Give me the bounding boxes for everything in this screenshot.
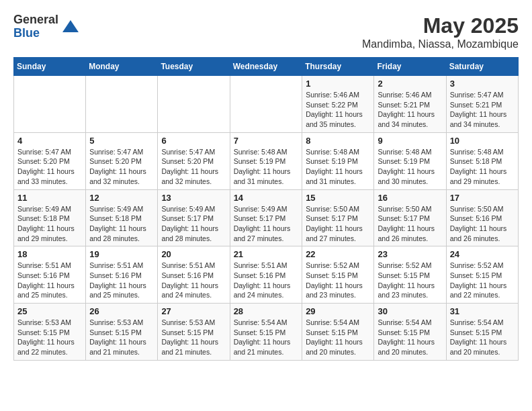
- calendar-cell: [86, 76, 158, 133]
- day-info: Sunrise: 5:48 AM Sunset: 5:19 PM Dayligh…: [234, 147, 299, 187]
- day-number: 24: [450, 249, 515, 259]
- day-number: 21: [234, 249, 299, 259]
- day-number: 4: [17, 136, 82, 146]
- calendar-cell: 18Sunrise: 5:51 AM Sunset: 5:16 PM Dayli…: [14, 246, 86, 304]
- week-row-3: 11Sunrise: 5:49 AM Sunset: 5:18 PM Dayli…: [14, 189, 519, 246]
- day-info: Sunrise: 5:49 AM Sunset: 5:17 PM Dayligh…: [161, 204, 226, 244]
- day-info: Sunrise: 5:50 AM Sunset: 5:17 PM Dayligh…: [378, 204, 442, 244]
- header-day-wednesday: Wednesday: [230, 58, 302, 76]
- calendar-cell: 26Sunrise: 5:53 AM Sunset: 5:15 PM Dayli…: [86, 304, 158, 361]
- day-info: Sunrise: 5:51 AM Sunset: 5:16 PM Dayligh…: [234, 261, 299, 300]
- logo-general-text: General: [13, 13, 58, 27]
- calendar-cell: 30Sunrise: 5:54 AM Sunset: 5:15 PM Dayli…: [374, 304, 446, 361]
- day-number: 17: [450, 193, 515, 203]
- logo: General Blue: [13, 13, 80, 40]
- calendar-cell: 19Sunrise: 5:51 AM Sunset: 5:16 PM Dayli…: [86, 246, 158, 304]
- calendar-cell: 8Sunrise: 5:48 AM Sunset: 5:19 PM Daylig…: [302, 132, 374, 189]
- calendar-cell: 29Sunrise: 5:54 AM Sunset: 5:15 PM Dayli…: [302, 304, 374, 361]
- header-day-thursday: Thursday: [302, 58, 374, 76]
- day-info: Sunrise: 5:51 AM Sunset: 5:16 PM Dayligh…: [161, 261, 226, 300]
- month-title: May 2025: [362, 13, 519, 38]
- day-number: 7: [234, 136, 299, 146]
- calendar-cell: 6Sunrise: 5:47 AM Sunset: 5:20 PM Daylig…: [158, 132, 230, 189]
- day-info: Sunrise: 5:46 AM Sunset: 5:21 PM Dayligh…: [378, 90, 442, 130]
- day-number: 29: [306, 306, 370, 316]
- day-number: 25: [17, 306, 82, 316]
- calendar-cell: [14, 76, 86, 133]
- day-number: 9: [378, 136, 442, 146]
- day-number: 16: [378, 193, 442, 203]
- calendar-cell: 16Sunrise: 5:50 AM Sunset: 5:17 PM Dayli…: [374, 189, 446, 246]
- calendar-cell: 5Sunrise: 5:47 AM Sunset: 5:20 PM Daylig…: [86, 132, 158, 189]
- week-row-4: 18Sunrise: 5:51 AM Sunset: 5:16 PM Dayli…: [14, 246, 519, 304]
- day-info: Sunrise: 5:46 AM Sunset: 5:22 PM Dayligh…: [306, 90, 370, 130]
- calendar-cell: [158, 76, 230, 133]
- header-day-monday: Monday: [86, 58, 158, 76]
- svg-marker-0: [62, 20, 79, 32]
- day-number: 14: [234, 193, 299, 203]
- day-info: Sunrise: 5:50 AM Sunset: 5:17 PM Dayligh…: [306, 204, 370, 244]
- page-header: General Blue May 2025 Mandimba, Niassa, …: [13, 13, 519, 50]
- calendar-cell: 24Sunrise: 5:52 AM Sunset: 5:15 PM Dayli…: [446, 246, 518, 304]
- day-info: Sunrise: 5:53 AM Sunset: 5:15 PM Dayligh…: [17, 318, 82, 357]
- header-row: SundayMondayTuesdayWednesdayThursdayFrid…: [14, 58, 519, 76]
- day-number: 23: [378, 249, 442, 259]
- day-info: Sunrise: 5:52 AM Sunset: 5:15 PM Dayligh…: [450, 261, 515, 300]
- day-number: 28: [234, 306, 299, 316]
- day-info: Sunrise: 5:47 AM Sunset: 5:21 PM Dayligh…: [450, 90, 515, 130]
- day-info: Sunrise: 5:48 AM Sunset: 5:19 PM Dayligh…: [306, 147, 370, 187]
- day-info: Sunrise: 5:48 AM Sunset: 5:18 PM Dayligh…: [450, 147, 515, 187]
- day-info: Sunrise: 5:51 AM Sunset: 5:16 PM Dayligh…: [17, 261, 82, 300]
- day-info: Sunrise: 5:52 AM Sunset: 5:15 PM Dayligh…: [378, 261, 442, 300]
- day-number: 27: [161, 306, 226, 316]
- week-row-2: 4Sunrise: 5:47 AM Sunset: 5:20 PM Daylig…: [14, 132, 519, 189]
- calendar-cell: 10Sunrise: 5:48 AM Sunset: 5:18 PM Dayli…: [446, 132, 518, 189]
- calendar-cell: 12Sunrise: 5:49 AM Sunset: 5:18 PM Dayli…: [86, 189, 158, 246]
- calendar-cell: 17Sunrise: 5:50 AM Sunset: 5:16 PM Dayli…: [446, 189, 518, 246]
- day-number: 2: [378, 79, 442, 89]
- calendar-cell: 9Sunrise: 5:48 AM Sunset: 5:19 PM Daylig…: [374, 132, 446, 189]
- calendar-cell: 28Sunrise: 5:54 AM Sunset: 5:15 PM Dayli…: [230, 304, 302, 361]
- logo-icon: [61, 17, 80, 36]
- day-info: Sunrise: 5:53 AM Sunset: 5:15 PM Dayligh…: [89, 318, 154, 357]
- day-number: 1: [306, 79, 370, 89]
- day-info: Sunrise: 5:48 AM Sunset: 5:19 PM Dayligh…: [378, 147, 442, 187]
- day-info: Sunrise: 5:49 AM Sunset: 5:18 PM Dayligh…: [17, 204, 82, 244]
- logo-blue-text: Blue: [13, 27, 58, 40]
- day-number: 6: [161, 136, 226, 146]
- header-day-friday: Friday: [374, 58, 446, 76]
- calendar-cell: 31Sunrise: 5:54 AM Sunset: 5:15 PM Dayli…: [446, 304, 518, 361]
- day-info: Sunrise: 5:49 AM Sunset: 5:17 PM Dayligh…: [234, 204, 299, 244]
- day-info: Sunrise: 5:47 AM Sunset: 5:20 PM Dayligh…: [89, 147, 154, 187]
- calendar-cell: 13Sunrise: 5:49 AM Sunset: 5:17 PM Dayli…: [158, 189, 230, 246]
- week-row-5: 25Sunrise: 5:53 AM Sunset: 5:15 PM Dayli…: [14, 304, 519, 361]
- day-number: 26: [89, 306, 154, 316]
- day-info: Sunrise: 5:54 AM Sunset: 5:15 PM Dayligh…: [450, 318, 515, 357]
- day-info: Sunrise: 5:54 AM Sunset: 5:15 PM Dayligh…: [234, 318, 299, 357]
- header-day-tuesday: Tuesday: [158, 58, 230, 76]
- title-section: May 2025 Mandimba, Niassa, Mozambique: [362, 13, 519, 50]
- day-number: 19: [89, 249, 154, 259]
- day-number: 11: [17, 193, 82, 203]
- calendar-cell: 1Sunrise: 5:46 AM Sunset: 5:22 PM Daylig…: [302, 76, 374, 133]
- calendar-cell: 14Sunrise: 5:49 AM Sunset: 5:17 PM Dayli…: [230, 189, 302, 246]
- day-number: 3: [450, 79, 515, 89]
- location-title: Mandimba, Niassa, Mozambique: [362, 38, 519, 50]
- day-number: 30: [378, 306, 442, 316]
- day-number: 5: [89, 136, 154, 146]
- day-info: Sunrise: 5:52 AM Sunset: 5:15 PM Dayligh…: [306, 261, 370, 300]
- calendar-cell: 4Sunrise: 5:47 AM Sunset: 5:20 PM Daylig…: [14, 132, 86, 189]
- day-number: 8: [306, 136, 370, 146]
- calendar-table: SundayMondayTuesdayWednesdayThursdayFrid…: [13, 57, 519, 361]
- calendar-header: SundayMondayTuesdayWednesdayThursdayFrid…: [14, 58, 519, 76]
- day-number: 10: [450, 136, 515, 146]
- calendar-cell: 15Sunrise: 5:50 AM Sunset: 5:17 PM Dayli…: [302, 189, 374, 246]
- day-info: Sunrise: 5:47 AM Sunset: 5:20 PM Dayligh…: [17, 147, 82, 187]
- day-info: Sunrise: 5:53 AM Sunset: 5:15 PM Dayligh…: [161, 318, 226, 357]
- day-number: 12: [89, 193, 154, 203]
- calendar-cell: [230, 76, 302, 133]
- day-number: 13: [161, 193, 226, 203]
- day-number: 20: [161, 249, 226, 259]
- calendar-cell: 27Sunrise: 5:53 AM Sunset: 5:15 PM Dayli…: [158, 304, 230, 361]
- calendar-cell: 7Sunrise: 5:48 AM Sunset: 5:19 PM Daylig…: [230, 132, 302, 189]
